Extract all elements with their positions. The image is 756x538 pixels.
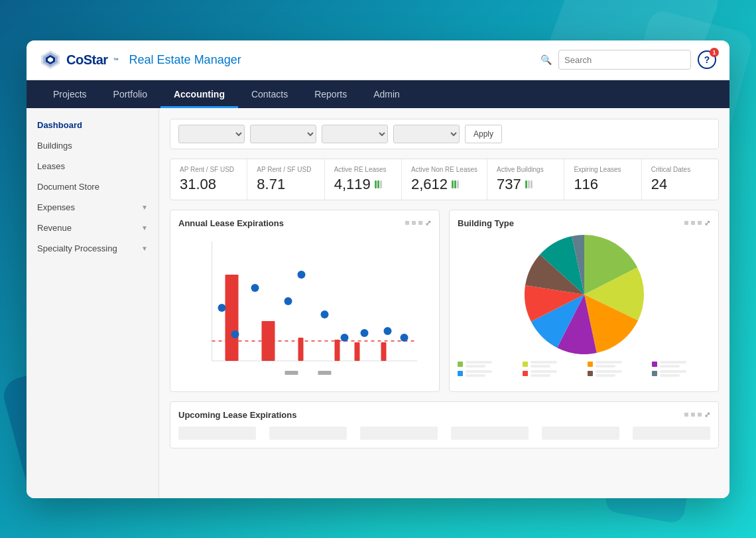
nav-item-admin[interactable]: Admin [360,80,413,108]
chart-ctrl-dot[interactable] [691,221,695,225]
kpi-card-critical-dates: Critical Dates 24 [642,159,718,200]
upcoming-col-1 [178,427,256,440]
legend-grid [458,361,710,377]
chart-ctrl-dot[interactable] [412,221,416,225]
upcoming-col-4 [451,427,529,440]
legend-color [588,371,593,376]
expand-icon[interactable]: ⤢ [704,219,710,228]
search-icon: 🔍 [540,54,552,65]
bar [298,338,304,361]
legend-item [523,361,581,368]
upcoming-lease-chart-card: Upcoming Lease Expirations ⤢ [170,401,719,448]
filter-bar: Apply [170,119,719,149]
costar-logo-icon [40,49,61,70]
sidebar-item-buildings[interactable]: Buildings [27,135,158,156]
expand-icon[interactable]: ⤢ [425,219,431,228]
kpi-value: 2,612 [411,176,477,193]
sidebar-item-revenue[interactable]: Revenue ▼ [27,218,158,238]
sidebar-item-document-store[interactable]: Document Store [27,176,158,197]
kpi-label: Expiring Leases [574,166,631,173]
kpi-card-expiring-leases: Expiring Leases 116 [564,159,641,200]
upcoming-col-2 [269,427,347,440]
chart-title: Upcoming Lease Expirations ⤢ [178,410,710,420]
scatter-dot [401,334,409,342]
upcoming-cols [178,427,710,440]
scatter-dot [218,304,226,312]
kpi-label: AP Rent / SF USD [257,166,314,173]
chart-ctrl-dot[interactable] [698,413,702,417]
pie-chart-wrap [458,235,710,377]
sidebar-item-dashboard[interactable]: Dashboard [27,115,158,135]
kpi-label: Active Buildings [497,166,554,173]
search-input[interactable] [558,50,691,70]
legend-color [523,371,528,376]
legend-item [588,361,646,368]
annual-lease-chart-card: Annual Lease Expirations ⤢ [170,210,440,392]
scatter-dot [321,310,329,318]
bar [335,340,340,361]
dashboard-grid: Annual Lease Expirations ⤢ [170,210,719,448]
kpi-label: Active RE Leases [334,166,392,173]
sidebar-item-leases[interactable]: Leases [27,156,158,176]
app-window: CoStar™ Real Estate Manager 🔍 ? 1 Projec… [27,40,729,498]
chart-ctrl-dot[interactable] [698,221,702,225]
legend-color [458,371,463,376]
chevron-down-icon: ▼ [141,224,148,232]
legend-color [652,371,657,376]
bar [355,342,360,361]
chart-title: Annual Lease Expirations ⤢ [178,218,431,228]
content-area: Apply AP Rent / SF USD 31.08 AP Rent / S… [159,108,729,498]
nav-item-reports[interactable]: Reports [301,80,360,108]
app-subtitle: Real Estate Manager [129,53,241,67]
sidebar-item-specialty-processing[interactable]: Specialty Processing ▼ [27,238,158,259]
chart-ctrl-dot[interactable] [684,413,688,417]
legend-item [523,370,581,377]
pie-chart-svg [525,235,644,354]
legend-item [652,370,710,377]
kpi-value: 116 [574,176,631,193]
svg-rect-8 [318,371,332,375]
nav-item-accounting[interactable]: Accounting [160,80,238,108]
chart-ctrl-dot[interactable] [684,221,688,225]
chart-controls: ⤢ [684,411,710,419]
chevron-down-icon: ▼ [141,245,148,252]
chart-ctrl-dot[interactable] [405,221,409,225]
bar [225,275,239,361]
filter-dropdown-1[interactable] [178,125,245,143]
kpi-indicator [525,180,533,188]
nav-bar: Projects Portfolio Accounting Contacts R… [27,80,729,108]
kpi-value: 8.71 [257,176,314,193]
legend-color [458,362,463,367]
kpi-label: AP Rent / SF USD [180,166,237,173]
nav-item-projects[interactable]: Projects [40,80,100,108]
scatter-dot [231,330,239,338]
chart-controls: ⤢ [405,219,431,228]
chart-ctrl-dot[interactable] [691,413,695,417]
nav-item-portfolio[interactable]: Portfolio [100,80,160,108]
chart-ctrl-dot[interactable] [418,221,422,225]
kpi-label: Active Non RE Leases [411,166,477,173]
sidebar-item-expenses[interactable]: Expenses ▼ [27,197,158,218]
kpi-card-ap-rent-sf: AP Rent / SF USD 31.08 [170,159,247,200]
kpi-indicator [375,180,382,188]
expand-icon[interactable]: ⤢ [704,411,710,419]
filter-dropdown-2[interactable] [250,125,316,143]
filter-dropdown-4[interactable] [393,125,460,143]
brand-name: CoStar [66,52,108,68]
help-button[interactable]: ? 1 [698,50,716,69]
kpi-value: 31.08 [180,176,237,193]
chart-controls: ⤢ [684,219,710,228]
nav-item-contacts[interactable]: Contacts [238,80,301,108]
brand-tm: ™ [113,57,119,63]
apply-button[interactable]: Apply [465,125,502,143]
scatter-dot [361,329,369,337]
legend-color [588,362,593,367]
upcoming-col-6 [633,427,710,440]
kpi-value: 4,119 [334,176,392,193]
filter-dropdown-3[interactable] [322,125,388,143]
svg-rect-7 [285,371,298,375]
kpi-card-ap-rent-sf-2: AP Rent / SF USD 8.71 [247,159,324,200]
annual-lease-chart [178,235,431,381]
chart-title: Building Type ⤢ [458,218,710,228]
kpi-indicator [452,180,459,188]
